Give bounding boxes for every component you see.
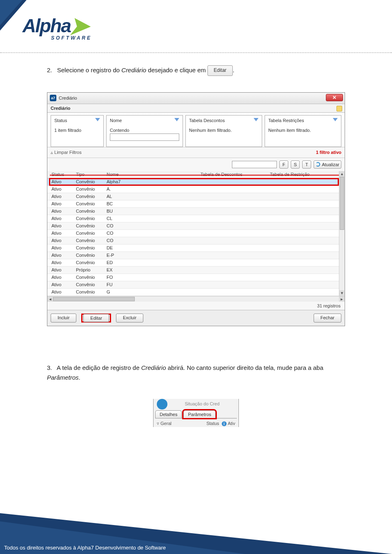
cell-nome: FU [107,282,200,287]
cell-tipo: Convênio [76,260,107,265]
table-row[interactable]: AtivoPróprioEX [47,267,345,274]
step-3-number: 3. [47,364,52,371]
help-icon[interactable] [336,106,342,111]
step-2-text-a: Selecione o registro do [57,67,122,73]
filter-nome-input[interactable] [110,133,179,141]
grid-search-input[interactable] [232,161,277,168]
cell-nome: AL [107,194,200,199]
filter-nome[interactable]: Nome Contendo [106,115,183,147]
filter-nome-sub: Contendo [110,128,179,133]
cell-nome: CO [107,223,200,228]
cell-status: Ativo [47,187,76,191]
col-header-trest[interactable]: Tabela de Restrição [270,172,339,177]
registros-count: 31 registros [317,303,341,308]
table-row[interactable]: AtivoConvênioAL [47,193,345,200]
ss2-top-text: Situação do Cred [185,401,220,406]
tab-parametros[interactable]: Parâmetros [183,410,216,418]
table-row[interactable]: AtivoConvênioBU [47,208,345,215]
cell-status: Ativo [47,216,76,221]
step-3-text-b: abrirá. No canto superior direito da tel… [166,364,323,371]
tab-detalhes[interactable]: Detalhes [155,410,182,418]
filter-status-label: Status [54,118,67,123]
col-header-nome[interactable]: Nome [107,172,200,177]
step-2-em: Crediário [121,67,146,73]
table-row[interactable]: AtivoConvênioA. [47,186,345,193]
fechar-button[interactable]: Fechar [314,314,341,323]
table-row[interactable]: AtivoConvênioCO [47,237,345,245]
table-row[interactable]: AtivoConvênioBC [47,200,345,208]
table-row[interactable]: AtivoConvênioCL [47,215,345,222]
filter-nome-label: Nome [110,118,122,123]
cell-tipo: Convênio [76,245,107,250]
filter-t-button[interactable]: T [302,160,311,169]
footer-email: contato@a7.net.br [219,527,376,537]
cell-nome: BU [107,209,200,214]
table-row[interactable]: AtivoConvênioG [47,289,345,296]
cell-tipo: Convênio [76,231,107,236]
filter-status[interactable]: Status 1 item filtrado [51,115,104,147]
cell-nome: FO [107,275,200,280]
inline-editar-button[interactable]: Editar [207,65,232,76]
scrollbar-thumb[interactable] [340,177,344,230]
cell-status: Ativo [47,260,76,265]
atualizar-button[interactable]: Atualizar [314,160,341,169]
search-row: F S T Atualizar [47,158,345,171]
filter-status-body: 1 item filtrado [54,128,100,133]
excluir-button[interactable]: Excluir [116,314,143,323]
cell-tipo: Próprio [76,267,107,272]
col-header-tdesc[interactable]: Tabela de Descontos [200,172,270,177]
info-icon[interactable]: i [222,421,227,426]
cell-status: Ativo [47,194,76,199]
col-header-tipo[interactable]: Tipo [76,172,107,177]
filter-tabela-descontos[interactable]: Tabela Descontos Nenhum item filtrado. [185,115,262,147]
footer-text-block: Alpha7 | Desenvolvimento de Software con… [219,516,376,548]
header-divider [0,52,392,53]
table-row[interactable]: AtivoConvênioAlpha7 [47,178,345,186]
refresh-icon [316,162,320,167]
horizontal-scrollbar[interactable]: ◄ ► [47,296,345,302]
table-row[interactable]: AtivoConvênioE-P [47,252,345,259]
scroll-down-icon[interactable]: ▼ [339,290,345,296]
table-row[interactable]: AtivoConvênioDE [47,245,345,252]
step-3-em2: Parâmetros [47,374,79,381]
window-title: Crediário [59,96,77,100]
blue-circle-icon [157,399,167,409]
window-close-button[interactable]: ✕ [326,94,343,101]
step-3-text-c: . [79,374,80,381]
cell-nome: Alpha7 [107,179,200,184]
filter-s-button[interactable]: S [291,160,300,169]
scroll-up-icon[interactable]: ▲ [339,171,345,177]
editar-button[interactable]: Editar [83,314,109,322]
grid-status-line: 31 registros [47,302,345,310]
hscroll-thumb[interactable] [53,297,135,301]
cell-status: Ativo [47,282,76,287]
header-triangle-decor-2 [0,0,22,25]
filter-f-button[interactable]: F [279,160,288,169]
cell-tipo: Convênio [76,216,107,221]
scroll-left-icon[interactable]: ◄ [47,296,53,302]
footer-line1: Alpha7 | Desenvolvimento de Software [219,516,376,527]
cell-tipo: Convênio [76,201,107,206]
table-row[interactable]: AtivoConvênioFO [47,274,345,281]
scroll-right-icon[interactable]: ► [339,296,345,302]
filter-tabela-restricoes[interactable]: Tabela Restrições Nenhum item filtrado. [265,115,341,147]
table-row[interactable]: AtivoConvênioCO [47,230,345,237]
cell-status: Ativo [47,209,76,214]
table-row[interactable]: AtivoConvênioFU [47,281,345,289]
col-header-status[interactable]: Status [47,172,76,177]
table-row[interactable]: AtivoConvênioCO [47,222,345,230]
filter-row: Status 1 item filtrado Nome Contendo Tab… [47,113,345,147]
cell-nome: G [107,289,200,294]
cell-tipo: Convênio [76,238,107,243]
cell-tipo: Convênio [76,179,107,184]
table-row[interactable]: AtivoConvênioED [47,259,345,267]
cell-nome: A. [107,187,200,191]
geral-label[interactable]: ▿ Geral [157,421,172,426]
limpar-filtros-link[interactable]: Limpar Filtros [51,150,82,155]
step-2-number: 2. [47,67,52,73]
cell-nome: DE [107,245,200,250]
filter-trest-label: Tabela Restrições [268,118,304,123]
vertical-scrollbar[interactable]: ▲ ▼ [339,171,345,296]
step-3-em1: Crediário [141,364,166,371]
incluir-button[interactable]: Incluir [51,314,76,323]
